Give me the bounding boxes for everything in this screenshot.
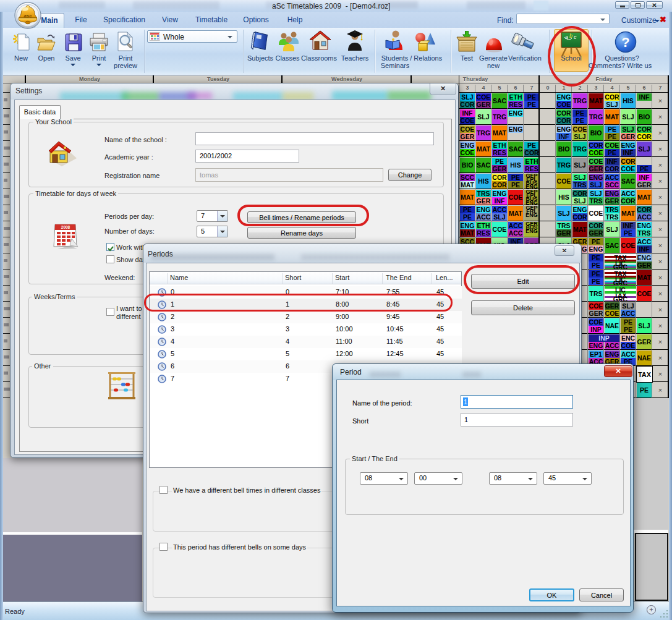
svg-text:asc: asc xyxy=(24,13,33,19)
svg-text:?: ? xyxy=(621,35,629,50)
svg-text:2008: 2008 xyxy=(61,225,70,229)
